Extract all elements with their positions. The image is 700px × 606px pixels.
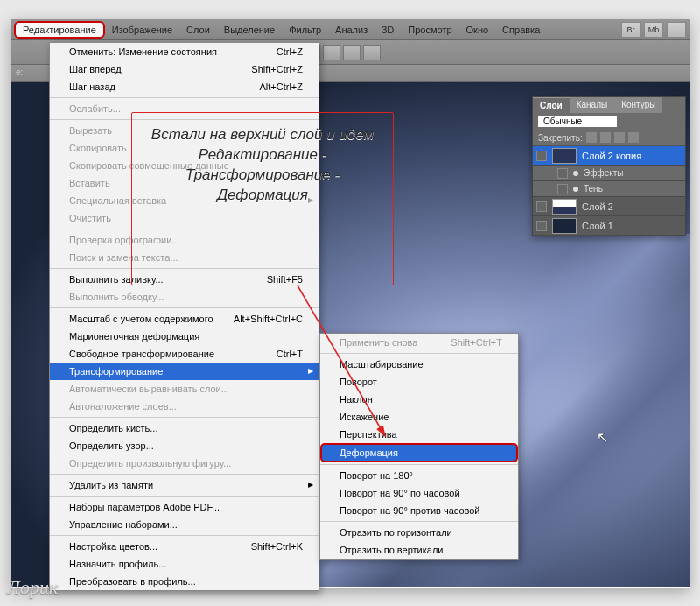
blend-mode-select[interactable]: Обычные <box>538 116 617 127</box>
submenu-distort[interactable]: Искажение <box>320 408 518 426</box>
menu-convert-profile[interactable]: Преобразовать в профиль... <box>50 573 318 590</box>
menu-puppet-warp[interactable]: Марионеточная деформация <box>50 328 318 345</box>
mini-bridge-button[interactable]: Mb <box>644 22 663 38</box>
lock-fill-icon[interactable] <box>628 132 639 143</box>
menu-define-brush[interactable]: Определить кисть... <box>50 419 318 437</box>
menu-view[interactable]: Просмотр <box>401 23 458 37</box>
menu-preset-manager[interactable]: Управление наборами... <box>50 516 318 533</box>
tool-icon[interactable] <box>343 45 360 60</box>
menu-3d[interactable]: 3D <box>374 23 401 37</box>
menu-step-backward[interactable]: Шаг назадAlt+Ctrl+Z <box>50 78 318 95</box>
menubar-extra-button[interactable] <box>667 22 686 38</box>
submenu-again: Применить сноваShift+Ctrl+T <box>320 334 518 351</box>
layer-thumbnail <box>552 199 577 215</box>
layer-row[interactable]: Слой 1 <box>533 216 685 236</box>
tool-icon[interactable] <box>323 45 340 60</box>
menu-layers[interactable]: Слои <box>179 23 217 37</box>
submenu-rotate-180[interactable]: Поворот на 180° <box>320 467 518 484</box>
menu-free-transform[interactable]: Свободное трансформированиеCtrl+T <box>50 345 318 363</box>
submenu-rotate-90ccw[interactable]: Поворот на 90° против часовой <box>320 502 518 519</box>
menu-auto-blend: Автоналожение слоев... <box>50 398 318 415</box>
layer-name: Тень <box>584 184 603 194</box>
layer-name: Слой 1 <box>582 221 613 231</box>
visibility-icon[interactable] <box>536 151 547 161</box>
submenu-rotate-90cw[interactable]: Поворот на 90° по часовой <box>320 484 518 502</box>
menu-image[interactable]: Изображение <box>105 23 179 37</box>
layer-name: Слой 2 копия <box>582 151 641 161</box>
layer-row[interactable]: Слой 2 <box>533 197 685 216</box>
menu-assign-profile[interactable]: Назначить профиль... <box>50 555 318 573</box>
menu-undo[interactable]: Отменить: Изменение состоянияCtrl+Z <box>50 43 318 60</box>
submenu-perspective[interactable]: Перспектива <box>320 426 518 443</box>
menu-stroke: Выполнить обводку... <box>50 288 318 306</box>
menu-content-aware-scale[interactable]: Масштаб с учетом содержимогоAlt+Shift+Ct… <box>50 310 318 328</box>
layer-row[interactable]: Слой 2 копия <box>533 146 685 166</box>
bridge-button[interactable]: Br <box>621 22 640 38</box>
watermark: Лорик <box>7 576 58 599</box>
submenu-flip-v[interactable]: Отразить по вертикали <box>320 541 518 559</box>
layer-fx-row[interactable]: Эффекты <box>533 166 685 181</box>
menu-filter[interactable]: Фильтр <box>282 23 328 37</box>
submenu-skew[interactable]: Наклон <box>320 391 518 408</box>
layer-thumbnail <box>552 148 577 164</box>
submenu-scale[interactable]: Масштабирование <box>320 356 518 373</box>
tab-layers[interactable]: Слои <box>533 97 570 113</box>
fx-icon <box>573 171 578 176</box>
menu-edit[interactable]: Редактирование <box>14 21 105 39</box>
layer-thumbnail <box>552 218 577 234</box>
visibility-icon[interactable] <box>536 221 547 231</box>
menu-step-forward[interactable]: Шаг впередShift+Ctrl+Z <box>50 60 318 78</box>
layer-fx-row[interactable]: Тень <box>533 181 685 197</box>
mouse-cursor-icon: ↖ <box>597 429 608 446</box>
menu-transform[interactable]: Трансформирование▶ <box>50 363 318 380</box>
menu-pdf-presets[interactable]: Наборы параметров Adobe PDF... <box>50 498 318 516</box>
menubar: Редактирование Изображение Слои Выделени… <box>10 19 690 40</box>
lock-pixels-icon[interactable] <box>586 132 597 143</box>
visibility-icon[interactable] <box>536 201 547 212</box>
transform-submenu: Применить сноваShift+Ctrl+T Масштабирова… <box>319 333 519 560</box>
lock-position-icon[interactable] <box>600 132 611 143</box>
visibility-icon[interactable] <box>557 168 568 179</box>
layer-name: Слой 2 <box>582 201 613 212</box>
tab-channels[interactable]: Каналы <box>570 97 615 113</box>
menu-color-settings[interactable]: Настройка цветов...Shift+Ctrl+K <box>50 538 318 555</box>
submenu-warp[interactable]: Деформация <box>320 443 518 462</box>
tab-paths[interactable]: Контуры <box>614 97 662 113</box>
menu-auto-align: Автоматически выравнивать слои... <box>50 380 318 398</box>
submenu-flip-h[interactable]: Отразить по горизонтали <box>320 524 518 541</box>
menu-define-pattern[interactable]: Определить узор... <box>50 437 318 454</box>
annotation-callout: Встали на верхний слой и идем Редактиров… <box>131 112 394 285</box>
lock-all-icon[interactable] <box>614 132 625 143</box>
menu-window[interactable]: Окно <box>459 23 496 37</box>
visibility-icon[interactable] <box>557 184 568 194</box>
menu-select[interactable]: Выделение <box>217 23 282 37</box>
menu-analysis[interactable]: Анализ <box>328 23 374 37</box>
layers-panel: Слои Каналы Контуры Обычные Закрепить: С… <box>532 96 686 236</box>
fx-icon <box>573 187 578 192</box>
menu-define-shape: Определить произвольную фигуру... <box>50 454 318 472</box>
menu-purge[interactable]: Удалить из памяти▶ <box>50 476 318 494</box>
menu-help[interactable]: Справка <box>495 23 547 37</box>
submenu-rotate[interactable]: Поворот <box>320 373 518 391</box>
tool-icon[interactable] <box>363 45 381 60</box>
layer-name: Эффекты <box>584 168 623 178</box>
lock-label: Закрепить: <box>538 133 583 143</box>
